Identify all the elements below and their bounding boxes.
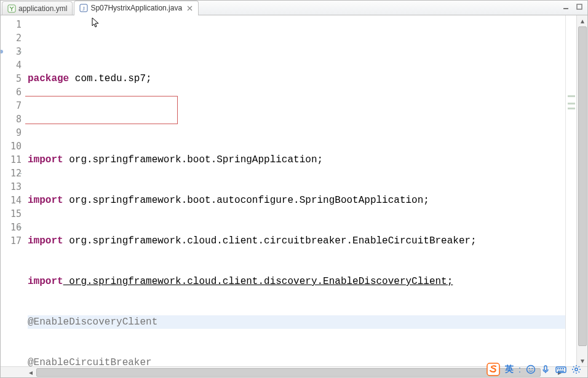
svg-rect-5 <box>487 363 499 376</box>
editor-area: 1 2 3 4 5 6 7 8 9 10 11 12 13 14 15 16 1… <box>1 15 587 366</box>
maximize-icon[interactable] <box>575 2 584 11</box>
overview-mark <box>568 108 575 109</box>
code-line-7: @EnableDiscoveryClient <box>28 315 565 329</box>
tab-bar: application.yml J Sp07HystrixApplication… <box>1 1 587 15</box>
overview-mark <box>568 103 575 104</box>
svg-rect-15 <box>558 371 564 372</box>
svg-rect-12 <box>559 368 560 369</box>
tab-label: application.yml <box>18 4 67 13</box>
svg-rect-11 <box>557 368 558 369</box>
code-line-6: import org.springframework.cloud.client.… <box>28 275 565 288</box>
java-file-icon: J <box>79 4 88 12</box>
svg-rect-4 <box>577 4 582 9</box>
code-line-1: package com.tedu.sp7; <box>28 72 565 85</box>
svg-point-6 <box>527 366 535 374</box>
sogou-ime-icon[interactable] <box>487 363 500 376</box>
mic-icon[interactable] <box>541 364 550 374</box>
yaml-file-icon <box>7 4 16 13</box>
svg-point-16 <box>575 368 578 371</box>
svg-rect-3 <box>563 8 568 9</box>
window-buttons <box>562 2 584 11</box>
ime-separator: : <box>518 364 521 374</box>
code-line-4: import org.springframework.boot.autoconf… <box>28 194 565 207</box>
overview-ruler[interactable] <box>565 15 576 366</box>
close-icon[interactable] <box>186 4 193 12</box>
ide-window: application.yml J Sp07HystrixApplication… <box>0 0 588 378</box>
emoji-icon[interactable] <box>526 364 536 374</box>
svg-point-8 <box>531 368 533 369</box>
ime-mode-label[interactable]: 英 <box>505 364 514 375</box>
svg-text:J: J <box>83 6 85 12</box>
code-line-2 <box>28 112 565 126</box>
svg-rect-10 <box>556 367 566 372</box>
line-number-gutter: 1 2 3 4 5 6 7 8 9 10 11 12 13 14 15 16 1… <box>1 15 25 366</box>
svg-rect-13 <box>561 368 562 369</box>
ime-tray: 英 : <box>487 363 581 376</box>
code-editor[interactable]: package com.tedu.sp7; import org.springf… <box>25 15 565 366</box>
horizontal-scroll-thumb[interactable] <box>36 368 541 377</box>
code-line-5: import org.springframework.cloud.client.… <box>28 234 565 248</box>
tab-application-yml[interactable]: application.yml <box>2 1 73 15</box>
svg-point-7 <box>529 368 530 369</box>
keyboard-icon[interactable] <box>555 364 566 374</box>
code-line-3: import org.springframework.boot.SpringAp… <box>28 153 565 167</box>
settings-gear-icon[interactable] <box>571 364 581 374</box>
tab-label: Sp07HystrixApplication.java <box>90 4 182 12</box>
scroll-left-arrow[interactable]: ◂ <box>25 367 36 378</box>
scroll-up-arrow[interactable]: ▴ <box>577 15 587 26</box>
svg-rect-14 <box>563 368 564 369</box>
code-line-8: @EnableCircuitBreaker <box>28 356 565 366</box>
minimize-icon[interactable] <box>562 2 570 11</box>
vertical-scrollbar[interactable]: ▴ ▾ <box>576 15 587 366</box>
overview-mark <box>568 95 575 97</box>
tab-sp07hystrixapplication[interactable]: J Sp07HystrixApplication.java <box>74 1 199 15</box>
svg-rect-9 <box>544 366 547 371</box>
vertical-scroll-thumb[interactable] <box>578 26 587 346</box>
